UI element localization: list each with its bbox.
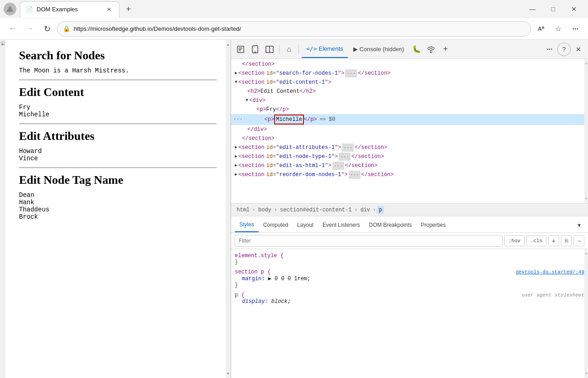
page-content: ▲ Search for Nodes The Moon is a Harsh M… [0, 40, 231, 378]
dom-section-close: </section> [242, 134, 275, 143]
dom-dollar-michelle: $0 [329, 115, 335, 124]
breadcrumb-sep-1: › [252, 207, 256, 213]
tab-properties[interactable]: Properties [417, 218, 450, 232]
section-text-vince: Vince [19, 155, 217, 162]
dom-tree-scrollbar[interactable]: ▲ ▼ [584, 59, 588, 203]
css-prop-name-margin: margin: [242, 276, 265, 282]
dom-tag-open-ec: <section [238, 78, 265, 86]
triangle-node-type[interactable]: ▶ [235, 153, 237, 161]
tab-event-listeners[interactable]: Event Listeners [318, 218, 365, 232]
tab-styles[interactable]: Styles [235, 218, 259, 232]
triangle-div[interactable]: ▼ [246, 96, 248, 105]
section-heading-edit-attrs: Edit Attributes [19, 129, 217, 143]
browser-tab[interactable]: 📄 DOM Examples ✕ [20, 1, 119, 18]
dom-ellipsis-reorder[interactable]: ··· [349, 171, 360, 179]
breadcrumb-p-active[interactable]: p [377, 206, 384, 214]
section-text-thaddeus: Thaddeus [19, 206, 217, 213]
favorites-button[interactable]: ☆ [551, 22, 565, 36]
tab-dom-breakpoints[interactable]: DOM Breakpoints [365, 218, 417, 232]
dom-ellipsis-as-html[interactable]: ··· [332, 162, 344, 170]
devtools-close-button[interactable]: ✕ [572, 43, 585, 56]
dom-line-div[interactable]: ▼ <div> [231, 96, 588, 105]
add-style-button[interactable]: + [548, 235, 559, 246]
navigate-style-button[interactable]: → [574, 235, 584, 246]
hov-button[interactable]: :hov [504, 235, 524, 246]
dom-line-fry[interactable]: <p> Fry </p> [231, 105, 588, 114]
maximize-button[interactable]: □ [543, 0, 564, 18]
section-edit-content: Edit Content Fry Michelle [19, 86, 217, 124]
section-text-brock: Brock [19, 213, 217, 220]
dom-line-close-section-0[interactable]: </section> [231, 60, 588, 69]
triangle-search[interactable]: ▶ [235, 69, 237, 77]
close-button[interactable]: ✕ [564, 0, 584, 18]
dom-line-div-close[interactable]: </div> [231, 125, 588, 134]
triangle-reorder[interactable]: ▶ [235, 171, 237, 179]
page-scrollbar[interactable]: ▲ ▼ [226, 40, 230, 378]
copy-style-button[interactable]: ⎘ [561, 235, 572, 246]
profile-icon[interactable] [4, 3, 16, 15]
dom-p-fry-open: <p> [256, 105, 266, 114]
styles-more-chevron[interactable]: ▾ [574, 218, 584, 232]
dom-h2-close: </h2> [299, 87, 316, 96]
tab-console[interactable]: ▶ Console (hidden) [349, 41, 409, 58]
url-bar[interactable]: 🔒 https://microsoftedge.github.io/Demos/… [57, 21, 531, 37]
triangle-edit-attrs[interactable]: ▶ [235, 144, 237, 152]
back-button[interactable]: ← [5, 22, 20, 36]
dom-michelle-highlighted: Michelle [274, 115, 304, 124]
devtools-more-button[interactable]: ··· [543, 43, 556, 56]
css-source-link-section-p[interactable]: devtools-do…started/:49 [516, 269, 584, 275]
tab-elements[interactable]: </> Elements [302, 41, 348, 58]
breadcrumb-html[interactable]: html [235, 206, 251, 214]
breadcrumb-section[interactable]: section#edit-content-1 [278, 206, 353, 214]
toolbar-separator-2 [299, 45, 299, 54]
more-button[interactable]: ··· [568, 22, 583, 36]
home-button[interactable]: ⌂ [282, 43, 296, 56]
network-button[interactable] [424, 43, 438, 56]
styles-scrollbar[interactable]: ▲ ▼ [584, 249, 588, 378]
dom-line-search-section[interactable]: ▶ <section id =" search-for-nodes-1 " > … [231, 69, 588, 78]
section-text-howard: Howard [19, 148, 217, 155]
dom-ellipsis-node-type[interactable]: ··· [339, 153, 351, 161]
dom-attr-close-search: " [338, 69, 341, 77]
triangle-edit-as-html[interactable]: ▶ [235, 162, 237, 170]
tab-close-icon[interactable]: ✕ [104, 5, 114, 14]
page-scroll-indicator[interactable]: ▲ [0, 40, 5, 378]
device-emulation-button[interactable] [248, 43, 262, 56]
bugs-button[interactable]: 🐛 [410, 43, 423, 56]
read-aloud-button[interactable]: Aᴿ [534, 22, 548, 36]
triangle-edit-content[interactable]: ▼ [235, 78, 237, 86]
breadcrumb-body[interactable]: body [256, 206, 273, 214]
inspect-button[interactable] [234, 43, 247, 56]
dom-ellipsis-attrs[interactable]: ··· [342, 144, 354, 152]
dom-line-h2[interactable]: <h2> Edit Content </h2> [231, 87, 588, 96]
dom-line-edit-content[interactable]: ▼ <section id =" edit-content-1 " > [231, 78, 588, 87]
dom-dots-michelle[interactable]: ··· [233, 115, 243, 124]
tab-layout[interactable]: Layout [293, 218, 318, 232]
css-closing-section-p: } [235, 282, 584, 288]
panel-layout-button[interactable] [263, 43, 276, 56]
dom-line-edit-node-type[interactable]: ▶ <section id =" edit-node-type-1 " > ··… [231, 152, 588, 161]
new-tab-button[interactable]: + [121, 2, 136, 16]
tab-computed[interactable]: Computed [259, 218, 293, 232]
dom-line-michelle[interactable]: ··· <p> Michelle </p> == $0 [231, 114, 588, 125]
cls-button[interactable]: .cls [526, 235, 546, 246]
breadcrumb-bar: html › body › section#edit-content-1 › d… [231, 204, 588, 216]
section-divider-2 [19, 124, 217, 124]
refresh-button[interactable]: ↻ [40, 22, 54, 36]
dom-attr-name-id-search: id [266, 69, 273, 77]
add-panel-button[interactable]: + [439, 43, 452, 56]
dom-line-edit-as-html[interactable]: ▶ <section id =" edit-as-html-1 " > ··· … [231, 161, 588, 170]
dom-line-edit-attrs[interactable]: ▶ <section id =" edit-attributes-1 " > ·… [231, 143, 588, 152]
breadcrumb-div[interactable]: div [359, 206, 372, 214]
dom-tag-open-search: <section [238, 69, 265, 77]
minimize-button[interactable]: — [522, 0, 543, 18]
css-selector-source-line-p: p { user agent stylesheet [235, 292, 584, 298]
css-source-user-agent: user agent stylesheet [522, 292, 584, 298]
dom-line-reorder[interactable]: ▶ <section id =" reorder-dom-nodes-1 " >… [231, 170, 588, 179]
forward-button[interactable]: → [23, 22, 37, 36]
dom-line-section-close[interactable]: </section> [231, 134, 588, 143]
dom-tree[interactable]: </section> ▶ <section id =" search-for-n… [231, 59, 588, 204]
filter-input[interactable] [235, 235, 503, 247]
devtools-help-button[interactable]: ? [557, 43, 571, 56]
dom-ellipsis-search[interactable]: ··· [345, 69, 357, 77]
